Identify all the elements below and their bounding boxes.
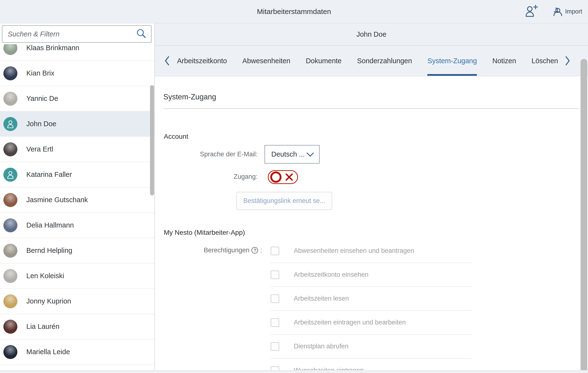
tab-system-zugang[interactable]: System-Zugang — [427, 46, 477, 76]
permission-label: Arbeitszeiten lesen — [294, 295, 349, 302]
permission-label: Dienstplan abrufen — [294, 343, 349, 350]
permission-checkbox[interactable] — [271, 247, 279, 255]
photo-avatar — [3, 66, 17, 80]
mitarbeiterstammdaten-app: Mitarbeiterstammdaten — [0, 0, 588, 373]
employee-list-item[interactable]: Yannic De — [0, 86, 154, 111]
employee-name: Mariella Leide — [26, 348, 70, 356]
permission-label: Arbeitszeitkonto einsehen — [294, 271, 368, 278]
main-scrollbar[interactable] — [580, 59, 587, 373]
search-area — [0, 23, 154, 45]
tab-l-schen[interactable]: Löschen — [531, 46, 558, 76]
employee-list-item[interactable]: Jasmine Gutschank — [0, 187, 154, 213]
permissions-list: Abwesenheiten einsehen und beantragen Ar… — [271, 239, 472, 373]
employee-list-item[interactable]: Kian Brix — [0, 61, 154, 86]
selected-person-title: John Doe — [155, 23, 588, 46]
employee-name: Kian Brix — [26, 69, 54, 77]
photo-avatar — [3, 320, 17, 334]
permission-row: Dienstplan abrufen — [271, 335, 472, 359]
photo-avatar — [3, 142, 17, 156]
employee-name: John Doe — [26, 120, 56, 128]
employee-name: Bernd Helpling — [26, 247, 72, 254]
permissions-label-colon: : — [260, 247, 262, 254]
people-icon — [551, 6, 563, 18]
toggle-off-icon — [268, 170, 298, 184]
header-actions: Import — [525, 0, 582, 23]
employee-sidebar: Klaas Brinkmann Kian Brix Yannic De John — [0, 23, 155, 373]
employee-name: Delia Hallmann — [26, 221, 74, 229]
employee-name: Yannic De — [26, 95, 58, 102]
permission-row: Arbeitszeiten lesen — [271, 287, 472, 311]
person-placeholder-avatar — [3, 168, 17, 182]
search-input[interactable] — [2, 30, 136, 38]
import-label: Import — [565, 8, 582, 15]
photo-avatar — [3, 244, 17, 258]
employee-list-item[interactable]: Jonny Kuprion — [0, 289, 154, 314]
tab-arbeitszeitkonto[interactable]: Arbeitszeitkonto — [177, 46, 227, 76]
employee-name: Lia Laurén — [26, 323, 59, 331]
photo-avatar — [3, 345, 17, 359]
help-icon[interactable]: ? — [252, 247, 258, 253]
employee-list-item[interactable]: Klaas Brinkmann — [0, 44, 154, 61]
tab-sonderzahlungen[interactable]: Sonderzahlungen — [357, 46, 412, 76]
tab-bar: Arbeitszeitkonto Abwesenheiten Dokumente… — [155, 46, 588, 76]
employee-name: Katarina Faller — [26, 171, 72, 179]
email-language-label: Sprache der E-Mail: — [155, 151, 258, 158]
employee-name: Klaas Brinkmann — [26, 44, 79, 52]
import-button[interactable]: Import — [551, 6, 582, 18]
section-title: System-Zugang — [163, 93, 216, 101]
permission-label: Abwesenheiten einsehen und beantragen — [294, 247, 414, 254]
permissions-label: Berechtigungen — [204, 247, 249, 254]
add-employee-button[interactable] — [525, 5, 538, 18]
person-icon — [7, 120, 14, 128]
employee-list-item[interactable]: Bernd Helpling — [0, 238, 154, 263]
photo-avatar — [3, 218, 17, 232]
chevron-down-icon — [306, 151, 314, 158]
tab-dokumente[interactable]: Dokumente — [306, 46, 342, 76]
my-nesto-heading: My Nesto (Mitarbeiter-App) — [164, 229, 245, 236]
permission-label: Arbeitszeiten eintragen und bearbeiten — [294, 319, 406, 326]
sidebar-scrollbar[interactable] — [150, 85, 154, 195]
person-placeholder-avatar — [3, 117, 17, 131]
account-heading: Account — [164, 133, 188, 141]
tabs-scroll-right-icon[interactable] — [564, 55, 571, 67]
permission-row: Abwesenheiten einsehen und beantragen — [271, 239, 472, 263]
employee-list: Klaas Brinkmann Kian Brix Yannic De John — [0, 44, 154, 373]
person-plus-icon — [525, 5, 538, 18]
employee-name: Len Koleiski — [26, 272, 64, 280]
employee-list-item[interactable]: Delia Hallmann — [0, 213, 154, 238]
system-zugang-panel: System-Zugang Account Sprache der E-Mail… — [155, 76, 588, 373]
permission-checkbox[interactable] — [271, 294, 279, 303]
app-title: Mitarbeiterstammdaten — [0, 0, 588, 23]
employee-list-item[interactable]: Lia Laurén — [0, 314, 154, 340]
employee-name: Vera Ertl — [26, 145, 53, 153]
photo-avatar — [3, 44, 17, 55]
section-divider — [163, 108, 579, 109]
search-icon[interactable] — [136, 28, 147, 40]
employee-list-item[interactable]: Len Koleiski — [0, 263, 154, 289]
employee-list-item[interactable]: John Doe — [0, 111, 154, 137]
main-panel: John Doe Arbeitszeitkonto Abwesenheiten … — [155, 23, 588, 373]
employee-name: Jasmine Gutschank — [26, 196, 88, 204]
access-toggle-off[interactable] — [268, 170, 298, 185]
tab-abwesenheiten[interactable]: Abwesenheiten — [242, 46, 290, 76]
email-language-select[interactable]: Deutsch ... — [264, 145, 320, 164]
employee-list-item[interactable]: Katarina Faller — [0, 162, 154, 187]
tabs: Arbeitszeitkonto Abwesenheiten Dokumente… — [177, 46, 558, 76]
permission-row: Arbeitszeitkonto einsehen — [271, 263, 472, 287]
photo-avatar — [3, 269, 17, 283]
person-icon — [7, 171, 14, 179]
tabs-scroll-left-icon[interactable] — [164, 55, 170, 67]
employee-list-item[interactable]: Mariella Leide — [0, 340, 154, 365]
tab-notizen[interactable]: Notizen — [492, 46, 516, 76]
permission-row: Arbeitszeiten eintragen und bearbeiten — [271, 311, 472, 335]
permission-checkbox[interactable] — [271, 271, 279, 279]
employee-list-item[interactable]: Vera Ertl — [0, 137, 154, 162]
access-label: Zugang: — [155, 173, 258, 181]
employee-name: Jonny Kuprion — [26, 297, 71, 305]
permissions-label-row: Berechtigungen ? : — [155, 247, 262, 254]
app-header: Mitarbeiterstammdaten — [0, 0, 588, 23]
horizontal-scrollbar-track[interactable] — [0, 370, 588, 373]
permission-checkbox[interactable] — [271, 342, 279, 351]
permission-checkbox[interactable] — [271, 318, 279, 327]
resend-confirmation-link-button[interactable]: Bestätigungslink erneut se... — [236, 192, 332, 210]
